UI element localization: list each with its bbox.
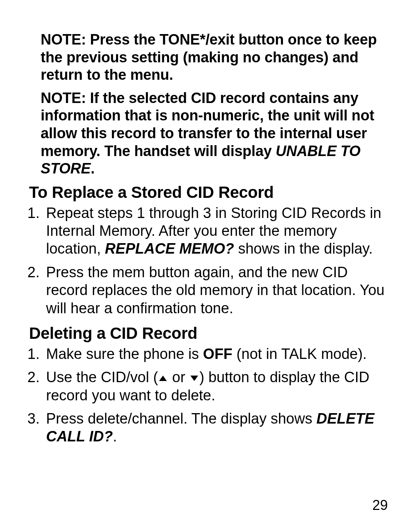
delete-step-2: Use the CID/vol ( or ) button to display… — [44, 368, 389, 404]
delete-steps-list: Make sure the phone is OFF (not in TALK … — [29, 345, 389, 446]
delete-step-2-or: or — [168, 369, 189, 385]
triangle-down-icon — [190, 376, 198, 381]
replace-step-1-display: REPLACE MEMO? — [105, 240, 234, 257]
note-tone-exit: NOTE: Press the TONE*/exit button once t… — [29, 31, 389, 84]
page-number: 29 — [372, 497, 388, 513]
note-unable-to-store: NOTE: If the selected CID record contain… — [29, 89, 389, 178]
delete-step-2-text-a: Use the CID/vol ( — [46, 369, 158, 385]
delete-step-3: Press delete/channel. The display shows … — [44, 410, 389, 446]
delete-step-1: Make sure the phone is OFF (not in TALK … — [44, 345, 389, 363]
heading-deleting-cid: Deleting a CID Record — [29, 324, 389, 343]
delete-step-3-text-a: Press delete/channel. The display shows — [46, 410, 316, 427]
note2-suffix: . — [91, 160, 94, 177]
delete-step-1-text-c: (not in TALK mode). — [233, 346, 367, 362]
replace-steps-list: Repeat steps 1 through 3 in Storing CID … — [29, 204, 389, 317]
replace-step-2: Press the mem button again, and the new … — [44, 263, 389, 317]
heading-replace-stored-cid: To Replace a Stored CID Record — [29, 183, 389, 202]
triangle-up-icon — [159, 376, 167, 381]
replace-step-1-text-c: shows in the display. — [234, 240, 373, 257]
replace-step-1: Repeat steps 1 through 3 in Storing CID … — [44, 204, 389, 258]
delete-step-1-text-a: Make sure the phone is — [46, 346, 203, 362]
manual-page: NOTE: Press the TONE*/exit button once t… — [0, 0, 418, 532]
delete-step-3-text-c: . — [113, 428, 117, 444]
delete-step-1-off: OFF — [203, 346, 233, 362]
